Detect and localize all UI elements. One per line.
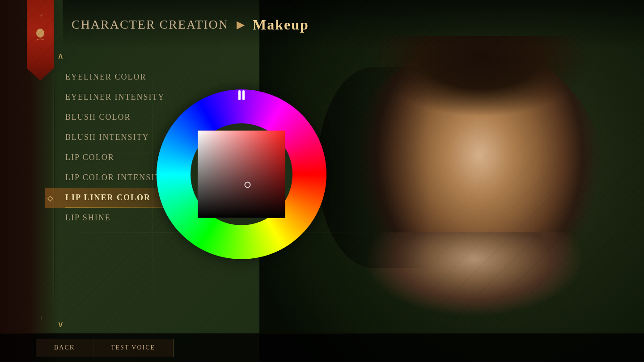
decorative-plus-bottom: + [39,315,43,322]
hue-marker-left [238,90,241,100]
scroll-down-button[interactable]: ∨ [54,317,67,331]
breadcrumb-parent: Character Creation [72,17,229,32]
hue-marker-right [242,90,245,100]
character-icon [34,27,47,42]
test-voice-button[interactable]: Test Voice [93,339,173,357]
saturation-black-overlay [198,131,285,218]
breadcrumb-separator: ▶ [237,18,245,31]
breadcrumb: Character Creation ▶ Makeup [72,17,309,33]
top-nav: Character Creation ▶ Makeup [63,0,644,49]
hue-handle[interactable] [237,90,246,101]
portrait-shadow [318,67,429,268]
scroll-up-button[interactable]: ∧ [54,49,67,63]
svg-point-0 [36,29,44,38]
color-picker[interactable] [157,89,326,259]
bottom-bar: Back Test Voice [0,333,644,362]
back-button[interactable]: Back [36,339,93,357]
menu-item-eyeliner-color[interactable]: Eyeliner Color [45,67,233,87]
breadcrumb-current: Makeup [253,17,309,33]
color-saturation-square[interactable] [198,131,285,218]
color-cursor[interactable] [245,181,251,188]
decorative-plus-top: + [39,13,43,20]
